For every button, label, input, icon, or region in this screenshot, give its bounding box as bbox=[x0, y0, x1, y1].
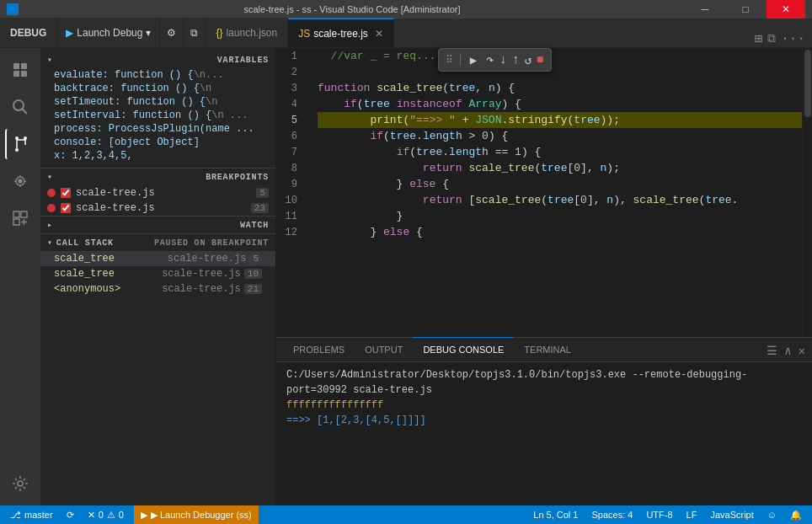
panel-menu-icon[interactable]: ☰ bbox=[767, 344, 777, 358]
breakpoints-header[interactable]: ▾ BREAKPOINTS bbox=[40, 168, 275, 185]
bp-checkbox-2[interactable] bbox=[61, 203, 71, 213]
window-title: scale-tree.js - ss - Visual Studio Code … bbox=[24, 4, 681, 14]
var-x[interactable]: x: 1,2,3,4,5, bbox=[40, 149, 275, 163]
status-debugger[interactable]: ▶ ▶ Launch Debugger (ss) bbox=[134, 505, 259, 524]
tabbar: DEBUG ▶ Launch Debug ▾ ⚙ ⧉ {} launch.jso… bbox=[0, 19, 812, 48]
code-editor[interactable]: 1 2 3 4 5 6 7 8 9 10 11 12 //var _ = req… bbox=[276, 48, 812, 337]
line-num-8: 8 bbox=[276, 160, 306, 176]
status-encoding[interactable]: UTF-8 bbox=[643, 510, 676, 520]
tab-launch-debug[interactable]: ▶ Launch Debug ▾ bbox=[57, 18, 160, 47]
paused-badge: PAUSED ON BREAKPOINT bbox=[154, 238, 269, 248]
tab-close-icon[interactable]: ✕ bbox=[375, 28, 383, 40]
bp-checkbox-1[interactable] bbox=[61, 188, 71, 198]
panel-controls: ☰ ∧ ✕ bbox=[767, 344, 812, 361]
status-git-branch[interactable]: ⎇ master bbox=[7, 510, 56, 521]
cs-file-2: scale-tree.js bbox=[162, 268, 241, 280]
activity-git[interactable] bbox=[5, 129, 35, 159]
callstack-arrow: ▾ bbox=[47, 238, 53, 248]
restart-button[interactable]: ↺ bbox=[525, 53, 532, 67]
position-text: Ln 5, Col 1 bbox=[533, 510, 578, 520]
maximize-button[interactable]: □ bbox=[726, 0, 765, 19]
line-num-6: 6 bbox=[276, 128, 306, 144]
debug-toolbar: ⠿ ▶ ↷ ↓ ↑ ↺ ■ bbox=[438, 48, 552, 72]
svg-point-10 bbox=[19, 179, 22, 183]
language-text: JavaScript bbox=[710, 510, 753, 520]
status-errors[interactable]: ✕ 0 ⚠ 0 bbox=[84, 510, 127, 521]
code-line-12: } else { bbox=[318, 224, 802, 240]
status-bell[interactable]: 🔔 bbox=[787, 510, 805, 521]
sidebar: ▾ VARIABLES evaluate: function () {\n...… bbox=[40, 48, 276, 505]
status-language[interactable]: JavaScript bbox=[707, 510, 756, 520]
line-num-10: 10 bbox=[276, 192, 306, 208]
tab-debug[interactable]: DEBUG bbox=[0, 18, 57, 47]
callstack-item-3[interactable]: <anonymous> scale-tree.js 21 bbox=[40, 281, 275, 297]
watch-header[interactable]: ▸ WATCH bbox=[40, 217, 275, 233]
line-num-5: 5 bbox=[276, 112, 306, 128]
status-position[interactable]: Ln 5, Col 1 bbox=[530, 510, 581, 520]
warning-icon: ⚠ bbox=[107, 510, 115, 521]
status-spaces[interactable]: Spaces: 4 bbox=[588, 510, 636, 520]
step-into-button[interactable]: ↓ bbox=[499, 53, 507, 67]
cs-file-1: scale-tree.js bbox=[168, 253, 247, 265]
code-line-2 bbox=[318, 64, 802, 80]
status-sync[interactable]: ⟳ bbox=[63, 510, 77, 521]
tab-scale-tree[interactable]: JS scale-tree.js ✕ bbox=[288, 18, 394, 47]
status-emoji[interactable]: ☺ bbox=[764, 510, 780, 520]
minimize-button[interactable]: ─ bbox=[686, 0, 724, 19]
stop-button[interactable]: ■ bbox=[537, 53, 543, 67]
editor-scrollbar[interactable] bbox=[802, 48, 812, 337]
breakpoint-item-1[interactable]: scale-tree.js 5 bbox=[40, 185, 275, 201]
tab-output[interactable]: OUTPUT bbox=[355, 337, 413, 361]
scroll-thumb[interactable] bbox=[804, 50, 811, 117]
svg-rect-15 bbox=[13, 211, 19, 217]
activity-explorer[interactable] bbox=[5, 55, 35, 85]
activity-extensions[interactable] bbox=[5, 203, 35, 233]
tab-problems[interactable]: PROBLEMS bbox=[283, 337, 355, 361]
cs-func-3: <anonymous> bbox=[54, 283, 120, 295]
more-actions-icon[interactable]: ··· bbox=[781, 31, 805, 46]
breakpoint-item-2[interactable]: scale-tree.js 23 bbox=[40, 201, 275, 216]
continue-button[interactable]: ▶ bbox=[466, 52, 481, 67]
panel-expand-icon[interactable]: ∧ bbox=[784, 344, 791, 358]
variables-header[interactable]: ▾ VARIABLES bbox=[40, 51, 275, 68]
tab-terminal[interactable]: TERMINAL bbox=[514, 337, 581, 361]
editor-actions-icon[interactable]: ⊞ bbox=[755, 30, 763, 47]
activity-settings[interactable] bbox=[5, 468, 35, 499]
warning-count: 0 bbox=[119, 510, 124, 520]
close-button[interactable]: ✕ bbox=[767, 0, 805, 19]
activity-search[interactable] bbox=[5, 92, 35, 122]
tab-debug-console[interactable]: DEBUG CONSOLE bbox=[413, 337, 514, 361]
svg-rect-1 bbox=[21, 63, 27, 69]
line-num-4: 4 bbox=[276, 96, 306, 112]
activity-debug[interactable] bbox=[5, 166, 35, 196]
tab-settings-icon[interactable]: ⚙ bbox=[160, 18, 184, 47]
code-line-11: } bbox=[318, 208, 802, 224]
step-over-button[interactable]: ↷ bbox=[486, 51, 494, 68]
status-eol[interactable]: LF bbox=[683, 510, 701, 520]
drag-handle-icon: ⠿ bbox=[446, 54, 453, 67]
step-out-button[interactable]: ↑ bbox=[512, 53, 520, 67]
gear-icon: ⚙ bbox=[167, 27, 176, 39]
split-editor-btn[interactable]: ⧉ bbox=[767, 32, 776, 45]
line-num-7: 7 bbox=[276, 144, 306, 160]
bp-file-2: scale-tree.js bbox=[76, 202, 246, 214]
statusbar: ⎇ master ⟳ ✕ 0 ⚠ 0 ▶ ▶ Launch Debugger (… bbox=[0, 505, 812, 524]
var-backtrace[interactable]: backtrace: function () {\n bbox=[40, 82, 275, 95]
js-file-icon: JS bbox=[298, 28, 310, 40]
var-settimeout[interactable]: setTimeout: function () {\n bbox=[40, 95, 275, 109]
callstack-item-1[interactable]: scale_tree scale-tree.js 5 bbox=[40, 251, 275, 266]
code-line-5: ▶ print("==>> " + JSON.stringify(tree)); bbox=[318, 112, 802, 128]
var-evaluate[interactable]: evaluate: function () {\n... bbox=[40, 68, 275, 82]
bp-line-1: 5 bbox=[256, 188, 269, 198]
var-process[interactable]: process: ProcessJsPlugin(name ... bbox=[40, 122, 275, 136]
var-setinterval[interactable]: setInterval: function () {\n ... bbox=[40, 109, 275, 122]
panel-close-icon[interactable]: ✕ bbox=[799, 344, 805, 358]
code-line-3: function scale_tree(tree, n) { bbox=[318, 80, 802, 96]
svg-point-8 bbox=[15, 148, 19, 152]
var-console[interactable]: console: [object Object] bbox=[40, 136, 275, 149]
tab-split-icon[interactable]: ⧉ bbox=[184, 18, 206, 47]
callstack-header[interactable]: ▾ CALL STACK PAUSED ON BREAKPOINT bbox=[40, 234, 275, 251]
chevron-down-icon: ▾ bbox=[146, 27, 151, 39]
callstack-item-2[interactable]: scale_tree scale-tree.js 10 bbox=[40, 266, 275, 281]
tab-launch-json[interactable]: {} launch.json bbox=[206, 18, 288, 47]
